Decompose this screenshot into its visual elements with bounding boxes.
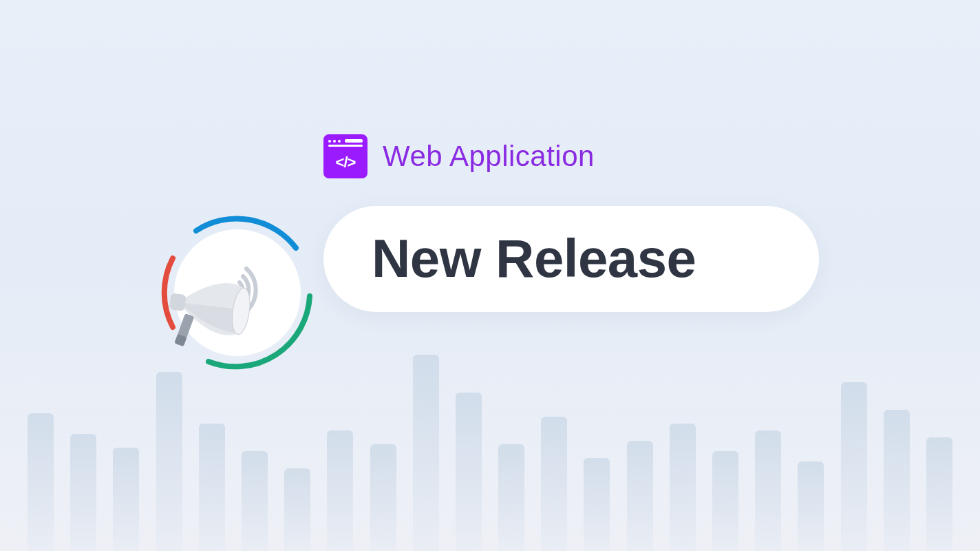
category-row: </> Web Application xyxy=(323,134,925,178)
background-bar xyxy=(242,451,268,551)
background-bar xyxy=(199,424,225,551)
background-bar xyxy=(327,430,353,551)
announcement-badge xyxy=(148,203,327,382)
background-bar xyxy=(70,434,96,551)
background-bar xyxy=(370,444,396,551)
background-bar xyxy=(498,444,524,551)
headline-text: New Release xyxy=(372,231,771,287)
background-bar xyxy=(413,355,439,551)
background-bar xyxy=(28,413,54,551)
background-bars xyxy=(0,331,980,551)
background-bar xyxy=(755,430,781,551)
background-bar xyxy=(926,437,952,551)
background-bar xyxy=(113,448,139,551)
background-bar xyxy=(584,458,610,551)
background-bar xyxy=(670,424,696,551)
background-bar xyxy=(156,372,182,551)
background-bar xyxy=(284,468,310,551)
hero-content: </> Web Application New Release xyxy=(323,134,925,312)
svg-rect-3 xyxy=(169,293,187,311)
megaphone-announcement-icon xyxy=(148,203,327,382)
background-bar xyxy=(798,461,824,551)
background-bar xyxy=(712,451,738,551)
background-bar xyxy=(884,410,910,551)
code-window-icon: </> xyxy=(323,134,368,178)
background-bar xyxy=(456,393,482,551)
background-bar xyxy=(841,382,867,551)
category-label: Web Application xyxy=(383,140,595,173)
background-bar xyxy=(627,441,653,551)
headline-pill: New Release xyxy=(323,206,819,312)
background-bar xyxy=(541,417,567,551)
